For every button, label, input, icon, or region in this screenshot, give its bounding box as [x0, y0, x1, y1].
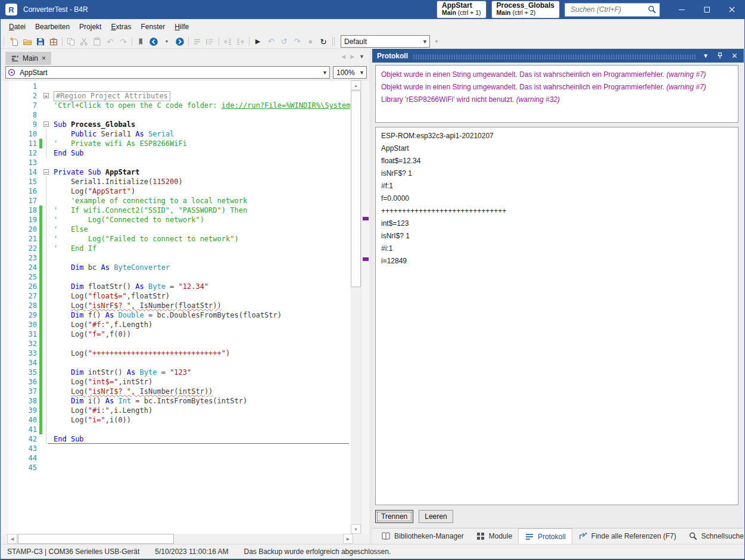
code-line[interactable]: 18' If wifi.Connect2("SSID", "PASSWORD")…: [1, 206, 350, 215]
rebuild-icon[interactable]: ↻: [317, 35, 330, 48]
fold-collapse-icon[interactable]: −: [43, 122, 49, 127]
code-line[interactable]: 10 Public Serial1 As Serial: [1, 129, 350, 139]
close-button[interactable]: [719, 0, 744, 19]
new-icon[interactable]: [8, 35, 21, 48]
panel-drag-texture[interactable]: [413, 54, 696, 60]
panel-tab-references[interactable]: Finde alle Referenzen (F7): [572, 528, 682, 544]
tab-close-icon[interactable]: ×: [42, 55, 46, 62]
menu-extras[interactable]: Extras: [106, 20, 136, 33]
code-text: End Sub: [54, 434, 84, 444]
code-line[interactable]: 1: [1, 82, 350, 91]
code-line[interactable]: 13: [1, 158, 350, 167]
menu-fenster[interactable]: Fenster: [136, 20, 170, 33]
panel-tab-modules[interactable]: Module: [470, 528, 518, 544]
code-line[interactable]: 24 Dim bc As ByteConverter: [1, 263, 350, 272]
code-line[interactable]: 11' Private wifi As ESP8266WiFi: [1, 139, 350, 148]
code-line[interactable]: 28 Log("isNrF$? ", IsNumber(floatStr)): [1, 301, 350, 310]
code-line[interactable]: 32: [1, 339, 350, 349]
code-line[interactable]: 30 Log("#f:",f.Length): [1, 320, 350, 329]
code-line[interactable]: 38 Dim i() As Int = bc.IntsFromBytes(int…: [1, 396, 350, 406]
run-icon[interactable]: ▶: [251, 35, 264, 48]
code-line[interactable]: 21' Log("Failed to connect to network"): [1, 234, 350, 244]
zoom-combo[interactable]: 100% ▼: [333, 66, 367, 79]
code-line[interactable]: 34: [1, 358, 350, 368]
code-line[interactable]: 14−Private Sub AppStart: [1, 167, 350, 177]
editor-horizontal-scrollbar[interactable]: ◀ ▶: [1, 534, 369, 544]
scroll-right-icon[interactable]: ▶: [343, 534, 353, 544]
horizontal-scroll-thumb[interactable]: [18, 534, 174, 544]
code-line[interactable]: 9−Sub Process_Globals: [1, 120, 350, 129]
build-configuration-combo[interactable]: Default▼: [341, 35, 430, 48]
tab-list-icon[interactable]: ▼: [359, 54, 364, 60]
line-number: 9: [10, 120, 37, 129]
fold-expand-icon[interactable]: +: [43, 93, 49, 98]
code-line[interactable]: 37 Log("isNrI$? ", IsNumber(intStr)): [1, 387, 350, 396]
code-line[interactable]: 33 Log("++++++++++++++++++++++++++++++"): [1, 349, 350, 358]
code-line[interactable]: 40 Log("i=",i(0)): [1, 415, 350, 425]
code-line[interactable]: 15 Serial1.Initialize(115200): [1, 177, 350, 186]
vertical-scroll-thumb[interactable]: [351, 91, 361, 287]
fold-collapse-icon[interactable]: −: [43, 169, 49, 175]
code-line[interactable]: 25: [1, 272, 350, 282]
code-line[interactable]: 27 Log("float$=",floatStr): [1, 291, 350, 301]
pin-icon[interactable]: [715, 51, 725, 61]
back-icon[interactable]: [147, 35, 160, 48]
code-editor[interactable]: 12+#Region Project Attributes7'Ctrl+Clic…: [1, 80, 369, 534]
scroll-up-icon[interactable]: ▲: [351, 80, 361, 90]
code-line[interactable]: 20' Else: [1, 225, 350, 234]
scroll-down-icon[interactable]: ▼: [351, 524, 361, 534]
editor-vertical-scrollbar[interactable]: ▲ ▼: [351, 80, 361, 534]
code-line[interactable]: 43: [1, 444, 350, 453]
back-caret-icon[interactable]: ▼: [160, 35, 173, 48]
chevron-down-icon[interactable]: ▼: [357, 70, 366, 76]
minimize-button[interactable]: [669, 0, 694, 19]
maximize-button[interactable]: [694, 0, 719, 19]
code-line[interactable]: 23: [1, 253, 350, 263]
search-input[interactable]: [569, 5, 647, 14]
panel-tab-quicksearch[interactable]: Schnellsuche: [682, 528, 745, 544]
bookmark-icon[interactable]: [134, 35, 147, 48]
menu-bearbeiten[interactable]: Bearbeiten: [30, 20, 74, 33]
code-line[interactable]: 22' End If: [1, 244, 350, 253]
tab-main[interactable]: Main ×: [5, 52, 51, 65]
clear-button[interactable]: Leeren: [419, 510, 453, 523]
package-icon[interactable]: [47, 35, 60, 48]
code-line[interactable]: 16 Log("AppStart"): [1, 186, 350, 196]
code-line[interactable]: 35 Dim intStr() As Byte = "123": [1, 368, 350, 377]
code-line[interactable]: 7'Ctrl+Click to open the C code folder: …: [1, 101, 350, 110]
code-line[interactable]: 12End Sub: [1, 148, 350, 158]
code-line[interactable]: 44: [1, 453, 350, 463]
open-icon[interactable]: [21, 35, 34, 48]
code-line[interactable]: 17 'example of connecting to a local net…: [1, 196, 350, 206]
sub-selector-combo[interactable]: AppStart ▼: [5, 66, 330, 79]
code-line[interactable]: 41: [1, 425, 350, 434]
code-line[interactable]: 8: [1, 110, 350, 120]
search-icon[interactable]: [647, 5, 657, 14]
panel-close-icon[interactable]: [730, 51, 739, 61]
search-box[interactable]: [565, 3, 660, 17]
code-line[interactable]: 2+#Region Project Attributes: [1, 91, 350, 101]
code-line[interactable]: 19' Log("Connected to network"): [1, 215, 350, 225]
panel-tab-loglines[interactable]: Protokoll: [518, 528, 572, 544]
chevron-down-icon[interactable]: ▼: [320, 70, 329, 76]
forward-icon[interactable]: [173, 35, 186, 48]
code-line[interactable]: 29 Dim f() As Double = bc.DoublesFromByt…: [1, 310, 350, 320]
chevron-down-icon[interactable]: ▼: [420, 39, 429, 45]
code-line[interactable]: 39 Log("#i:",i.Length): [1, 406, 350, 415]
menu-hilfe[interactable]: Hilfe: [170, 20, 194, 33]
disconnect-button[interactable]: Trennen: [375, 510, 413, 523]
scroll-left-icon[interactable]: ◀: [7, 534, 17, 544]
toolbar-grip[interactable]: [3, 37, 5, 46]
code-line[interactable]: 31 Log("f=",f(0)): [1, 329, 350, 339]
menu-datei[interactable]: Datei: [4, 20, 30, 33]
panel-tab-book[interactable]: Bibliotheken-Manager: [375, 528, 470, 544]
panel-menu-caret-icon[interactable]: ▼: [701, 51, 710, 61]
quick-run-button-process_globals[interactable]: Process_GlobalsMain (ctrl + 2): [491, 1, 560, 18]
quick-run-button-appstart[interactable]: AppStartMain (ctrl + 1): [437, 1, 487, 18]
save-icon[interactable]: [34, 35, 47, 48]
code-line[interactable]: 45: [1, 463, 350, 472]
code-line[interactable]: 26 Dim floatStr() As Byte = "12.34": [1, 282, 350, 291]
code-line[interactable]: 36 Log("int$=",intStr): [1, 377, 350, 387]
code-line[interactable]: 42End Sub: [1, 434, 350, 444]
menu-projekt[interactable]: Projekt: [74, 20, 106, 33]
